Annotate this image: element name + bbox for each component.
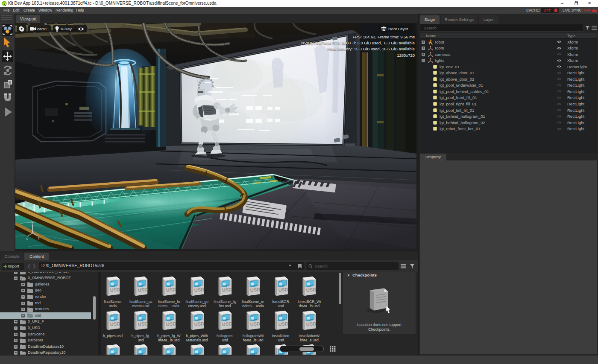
svg-text:USD: USD xyxy=(138,287,148,293)
svg-text:USD: USD xyxy=(250,321,260,327)
svg-text:USD: USD xyxy=(166,321,176,327)
svg-text:USD: USD xyxy=(250,287,260,293)
svg-text:USD: USD xyxy=(222,321,232,327)
svg-text:USD: USD xyxy=(278,321,288,327)
svg-text:USD: USD xyxy=(138,321,148,327)
svg-text:USD: USD xyxy=(222,287,232,293)
svg-text:USD: USD xyxy=(110,287,120,293)
svg-text:USD: USD xyxy=(166,287,176,293)
svg-text:USD: USD xyxy=(194,321,204,327)
svg-text:X: X xyxy=(26,237,28,241)
svg-text:USD: USD xyxy=(110,321,120,327)
svg-text:USD: USD xyxy=(194,287,204,293)
svg-text:USD: USD xyxy=(306,287,317,293)
svg-text:USD: USD xyxy=(278,287,288,293)
svg-text:Y: Y xyxy=(31,221,34,224)
svg-text:USD: USD xyxy=(306,321,317,327)
svg-text:Z: Z xyxy=(38,236,40,240)
